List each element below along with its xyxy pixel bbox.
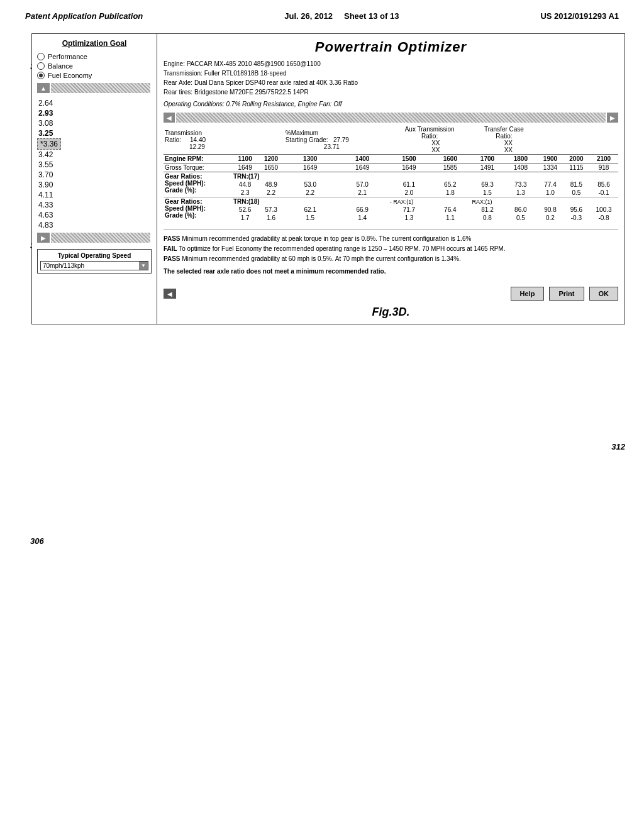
ratio-336[interactable]: *3.36 (37, 138, 61, 150)
ratio-325[interactable]: 3.25 (37, 128, 152, 138)
gt-1700: 1491 (471, 163, 504, 172)
gt-1500: 1649 (389, 163, 430, 172)
gross-torque-header: Gross Torque: (164, 163, 232, 172)
print-button[interactable]: Print (549, 287, 584, 301)
pass2-note: PASS Minimum recommended gradability at … (164, 254, 618, 264)
gt-1600: 1585 (430, 163, 470, 172)
scroll-right-arrow[interactable]: ▶ (37, 233, 50, 243)
ratio-264[interactable]: 2.64 (37, 98, 152, 108)
operating-conditions: Operating Conditions: 0.7% Rolling Resis… (164, 101, 618, 108)
option-balance[interactable]: Balance (37, 62, 152, 70)
scroll-top: ▲ (37, 83, 152, 93)
rpm-2000: 2000 (564, 155, 589, 163)
empty-cell (537, 125, 589, 155)
ratio-390[interactable]: 3.90 (37, 180, 152, 190)
gt-1800: 1408 (504, 163, 537, 172)
top-scroll-area: ◀ ▶ (164, 113, 618, 123)
radio-fuel-economy[interactable] (37, 72, 45, 79)
pass1-label: PASS (164, 235, 180, 242)
ref-312: 312 (611, 442, 625, 451)
rpm-1300: 1300 (284, 155, 336, 163)
gt-1900: 1334 (537, 163, 563, 172)
transfer-case-cell: Transfer CaseRatio: XX XX (471, 125, 538, 155)
scroll-right-top[interactable]: ▶ (607, 113, 618, 123)
speed-value: 70mph/113kph (41, 262, 139, 270)
gt-2000: 1115 (564, 163, 589, 172)
aux-trans-cell: Aux TransmissionRatio: XX XX (389, 125, 471, 155)
ratio-483[interactable]: 4.83 (37, 220, 152, 230)
label-performance: Performance (48, 53, 87, 60)
label-fuel-economy: Fuel Economy (48, 72, 92, 79)
speed-dropdown-arrow[interactable]: ▼ (139, 262, 148, 270)
fail-label: FAIL (164, 245, 177, 252)
option-fuel-economy[interactable]: Fuel Economy (37, 72, 152, 79)
engine-line3: Rear Axle: Dual Dana Spicer DSP40 rear a… (164, 78, 618, 87)
scroll-left-top[interactable]: ◀ (164, 113, 175, 123)
option-performance[interactable]: Performance (37, 53, 152, 60)
trn17-header: TRN:(17) (232, 172, 618, 181)
speed-dropdown[interactable]: 70mph/113kph ▼ (40, 261, 148, 270)
fail-note: FAIL To optimize for Fuel Economy the re… (164, 244, 618, 254)
pass1-note: PASS Minimum recommended gradability at … (164, 234, 618, 244)
trn17-label: Gear Ratios:Speed (MPH):Grade (%): (164, 172, 232, 197)
gt-1400: 1649 (336, 163, 389, 172)
pass2-label: PASS (164, 255, 180, 262)
engine-line4: Rear tires: Bridgestone M720FE 295/75R22… (164, 87, 618, 97)
trn18-label: Gear Ratios:Speed (MPH):Grade (%): (164, 197, 232, 223)
result-notes: PASS Minimum recommended gradability at … (164, 230, 618, 277)
gt-1300: 1649 (284, 163, 336, 172)
ratio-433[interactable]: 4.33 (37, 200, 152, 210)
rpm-1100: 1100 (232, 155, 258, 163)
radio-performance[interactable] (37, 53, 45, 60)
optimizer-title: Powertrain Optimizer (164, 39, 618, 55)
pass2-text: Minimum recommended gradability at 60 mp… (182, 255, 461, 262)
main-content: 302 304 306 300 308 310 312 314 316 Opti… (0, 27, 644, 331)
fail-text: To optimize for Fuel Economy the recomme… (179, 245, 505, 252)
help-button[interactable]: Help (511, 287, 545, 301)
ratio-list: 2.64 2.93 3.08 3.25 *3.36 3.42 3.55 3.70… (37, 98, 152, 230)
radio-balance[interactable] (37, 62, 45, 70)
trn18-header: TRN:(18) (232, 197, 389, 206)
date-label: Jul. 26, 2012 Sheet 13 of 13 (284, 11, 399, 21)
optimization-goal-title: Optimization Goal (37, 39, 152, 48)
rpm-1200: 1200 (258, 155, 284, 163)
ratio-463[interactable]: 4.63 (37, 210, 152, 220)
ratio-370[interactable]: 3.70 (37, 170, 152, 180)
rpm-1800: 1800 (504, 155, 537, 163)
bottom-buttons: ◀ Help Print OK (164, 287, 618, 301)
typical-speed-title: Typical Operating Speed (40, 252, 148, 259)
optimization-options: Performance Balance Fuel Economy (37, 53, 152, 79)
scroll-bottom-panel: ▶ (37, 233, 152, 243)
patent-number: US 2012/0191293 A1 (540, 11, 619, 21)
rax-label2: RAX:(1) (471, 197, 618, 206)
scroll-track-v (51, 83, 150, 93)
trn18-speed-row: 52.6 57.3 62.1 66.9 71.7 76.4 81.2 86.0 … (164, 206, 618, 214)
scroll-track-h (51, 233, 150, 243)
rpm-1600: 1600 (430, 155, 470, 163)
rpm-2100: 2100 (589, 155, 618, 163)
fig-label: Fig.3D. (164, 306, 618, 319)
gt-2100: 918 (589, 163, 618, 172)
rpm-1400: 1400 (336, 155, 389, 163)
rpm-1500: 1500 (389, 155, 430, 163)
bottom-nav-left[interactable]: ◀ (164, 289, 176, 299)
page-header: Patent Application Publication Jul. 26, … (0, 0, 644, 27)
rpm-1900: 1900 (537, 155, 563, 163)
gt-1200: 1650 (258, 163, 284, 172)
ok-button[interactable]: OK (589, 287, 619, 301)
trn18-grade-row: 1.7 1.6 1.5 1.4 1.3 1.1 0.8 0.5 0.2 -0.3… (164, 214, 618, 222)
ratio-293[interactable]: 2.93 (37, 108, 152, 118)
ref-306: 306 (30, 536, 44, 546)
ratio-308[interactable]: 3.08 (37, 118, 152, 128)
pass1-text: Minimum recommended gradability at peak … (182, 235, 471, 242)
trn17-speed-row: 44.8 48.9 53.0 57.0 61.1 65.2 69.3 73.3 … (164, 180, 618, 189)
publication-label: Patent Application Publication (25, 11, 143, 21)
trn17-grade-row: 2.3 2.2 2.2 2.1 2.0 1.8 1.5 1.3 1.0 0.5 … (164, 189, 618, 197)
scroll-up-arrow[interactable]: ▲ (37, 83, 50, 93)
ratio-355[interactable]: 3.55 (37, 160, 152, 170)
ratio-342[interactable]: 3.42 (37, 150, 152, 160)
main-data-table: TransmissionRatio: 14.40 12.29 %MaximumS… (164, 125, 618, 222)
rax-label: - RAX:(1) (389, 197, 471, 206)
right-panel: Powertrain Optimizer Engine: PACCAR MX-4… (157, 33, 625, 324)
ratio-411[interactable]: 4.11 (37, 190, 152, 200)
